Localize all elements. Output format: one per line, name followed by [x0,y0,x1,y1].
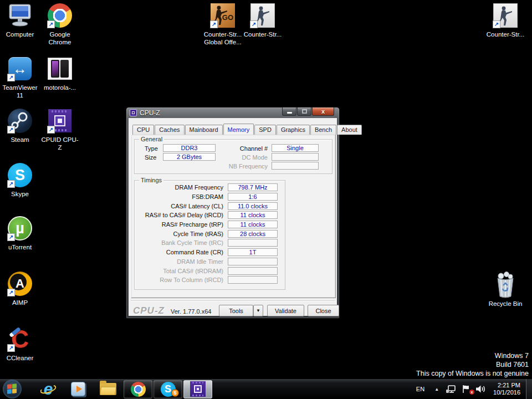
timing-row: Bank Cycle Time (tRC) [135,238,281,248]
timing-value-field [228,276,278,284]
desktop-icon-steam[interactable]: ↗ Steam [0,108,40,144]
shortcut-arrow-icon: ↗ [7,344,15,352]
desktop-icon-cpuid-cpuz[interactable]: ↗ CPUID CPU-Z [40,108,80,152]
desktop-icon-motorola-file[interactable]: motorola-... [40,55,80,91]
general-groupbox: General Type DDR3 Size 2 GBytes Channel … [134,139,332,174]
channel-label: Channel # [240,145,268,152]
tools-button[interactable]: Tools [219,305,253,316]
tab-mainboard[interactable]: Mainboard [185,125,223,135]
chrome-icon: ↗ [47,2,73,29]
desktop-icon-label: Skype [0,190,40,198]
cpuz-app-icon [130,109,137,116]
timing-row: RAS# to CAS# Delay (tRCD)11 clocks [135,211,281,220]
desktop-icon-computer[interactable]: Computer [0,2,40,38]
timing-row: DRAM Frequency798.7 MHz [135,183,281,192]
volume-icon[interactable] [473,385,489,393]
desktop-icon-label: TeamViewer 11 [0,84,40,100]
desktop-icon-skype[interactable]: S ↗ Skype [0,162,40,198]
counter-strike-icon: ↗ [249,2,276,29]
dc-mode-value-field [272,153,319,161]
desktop-icon-utorrent[interactable]: µ ↗ uTorrent [0,215,40,251]
type-label: Type [145,145,158,152]
close-dialog-button[interactable]: Close [308,305,339,316]
tab-graphics[interactable]: Graphics [277,125,310,135]
taskbar: e S 5 EN ▲ x [0,378,532,399]
show-hidden-icons-button[interactable]: ▲ [430,387,443,392]
csgo-go-text: GO [222,13,233,22]
network-icon[interactable] [443,385,459,393]
desktop-icon-label: Steam [0,136,40,144]
desktop-icon-label: Counter-Str... [485,30,525,38]
language-indicator[interactable]: EN [411,386,430,392]
taskbar-media-player[interactable] [64,380,93,398]
taskbar-clock[interactable]: 2:21 PM 10/1/2016 [489,382,526,396]
shortcut-arrow-icon: ↗ [250,21,258,28]
tab-caches[interactable]: Caches [155,125,184,135]
csgo-icon: GO ↗ [209,2,236,29]
tab-spd[interactable]: SPD [254,125,276,135]
timing-row: CAS# Latency (CL)11.0 clocks [135,201,281,211]
taskbar-internet-explorer[interactable]: e [34,380,63,398]
desktop-icon-ccleaner[interactable]: C ↗ CCleaner [0,326,40,362]
start-button[interactable] [3,380,22,398]
desktop-icon-counter-strike[interactable]: ↗ Counter-Str... [243,2,283,38]
nb-frequency-value-field [272,162,319,170]
teamviewer-icon: ↔ ↗ [7,55,33,82]
timing-value-field: 798.7 MHz [228,183,278,191]
desktop-icon-counter-strike-2[interactable]: ↗ Counter-Str... [485,2,525,38]
validate-button[interactable]: Validate [267,305,304,316]
timings-groupbox: Timings DRAM Frequency798.7 MHz FSB:DRAM… [134,180,285,290]
memory-tab-panel: General Type DDR3 Size 2 GBytes Channel … [131,134,336,298]
channel-value-field: Single [272,144,319,152]
shortcut-arrow-icon: ↗ [210,21,218,28]
timing-row: FSB:DRAM1:6 [135,192,281,202]
tab-memory[interactable]: Memory [223,124,254,135]
recycle-bin-icon [492,272,519,298]
taskbar-chrome[interactable] [124,380,152,398]
cpuz-chip-icon: ↗ [47,108,73,134]
utorrent-icon: µ ↗ [7,215,33,242]
maximize-button[interactable] [297,108,311,116]
windows-genuine-notice: Windows 7 Build 7601 This copy of Window… [416,351,529,378]
taskbar-skype[interactable]: S 5 [154,380,182,398]
desktop-icon-csgo[interactable]: GO ↗ Counter-Str... Global Offe... [203,2,243,47]
media-player-icon [71,382,85,396]
size-value-field: 2 GBytes [163,153,216,161]
timing-value-field [228,239,278,247]
type-value-field: DDR3 [163,144,216,152]
desktop-icon-label: Counter-Str... Global Offe... [203,30,243,47]
tab-about[interactable]: About [337,125,362,135]
tab-cpu[interactable]: CPU [132,125,154,135]
genuine-line-2: Build 7601 [416,360,529,369]
shortcut-arrow-icon: ↗ [7,180,15,188]
taskbar-explorer[interactable] [94,380,122,398]
size-label: Size [145,154,156,161]
cpuz-titlebar[interactable]: CPU-Z x [126,108,339,118]
cpuz-chip-icon [190,381,206,397]
desktop-icon-label: Counter-Str... [243,30,283,38]
cpuz-client-area: CPU Caches Mainboard Memory SPD Graphics… [129,118,337,316]
minimize-button[interactable] [282,108,296,116]
action-center-error-badge: x [469,390,474,395]
tab-bench[interactable]: Bench [310,125,336,135]
action-center-flag-icon[interactable]: x [459,385,473,393]
desktop-icon-teamviewer[interactable]: ↔ ↗ TeamViewer 11 [0,55,40,100]
timing-value-field: 11.0 clocks [228,202,278,210]
ccleaner-icon: C ↗ [7,326,33,352]
desktop-icon-recycle-bin[interactable]: Recycle Bin [485,272,525,308]
close-button[interactable]: x [312,108,334,116]
taskbar-cpuz[interactable] [183,380,212,398]
desktop-icon-label: CCleaner [0,354,40,362]
desktop-icon-label: Google Chrome [40,30,80,47]
chrome-icon [131,382,146,397]
cpuz-window: CPU-Z x CPU Caches Mainboard Memory SPD … [126,107,340,319]
cpuz-footer: CPU-Z Ver. 1.77.0.x64 Tools ▼ Validate C… [131,300,335,301]
tools-dropdown-button[interactable]: ▼ [253,305,263,316]
desktop-icon-aimp[interactable]: A ↗ AIMP [0,270,40,306]
timing-value-field: 1T [228,248,278,256]
show-desktop-button[interactable] [526,379,532,399]
desktop-icon-label: CPUID CPU-Z [40,136,80,152]
desktop-icon-label: uTorrent [0,243,40,251]
desktop-icon-google-chrome[interactable]: ↗ Google Chrome [40,2,80,47]
shortcut-arrow-icon: ↗ [7,233,15,241]
